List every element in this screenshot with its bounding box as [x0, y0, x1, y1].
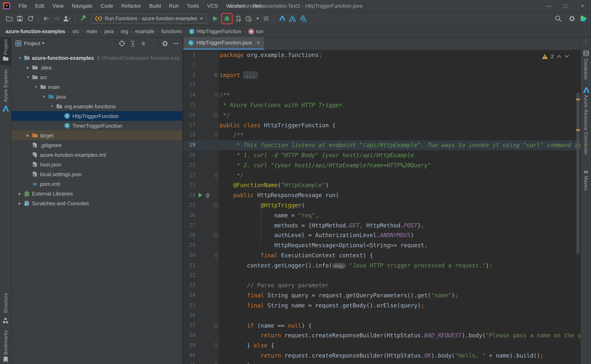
- line-number[interactable]: 14: [183, 90, 195, 100]
- code-line-14[interactable]: 14−/**: [183, 90, 580, 100]
- line-number[interactable]: 13: [183, 80, 195, 90]
- user-profile-icon[interactable]: [62, 14, 72, 23]
- debug-button[interactable]: [222, 14, 232, 23]
- azure-explorer-stripe-icon[interactable]: [2, 105, 9, 112]
- breadcrumb-item-example[interactable]: example: [135, 28, 154, 34]
- code-line-15[interactable]: 15 * Azure Functions with HTTP Trigger.: [183, 100, 580, 110]
- line-number[interactable]: 1: [183, 50, 195, 60]
- line-number[interactable]: 34: [183, 291, 195, 301]
- line-number[interactable]: 27: [183, 220, 195, 230]
- chevron-expanded-icon[interactable]: ▼: [41, 95, 47, 98]
- next-warning-icon[interactable]: [565, 55, 569, 58]
- fold-marker-icon[interactable]: −: [214, 93, 218, 97]
- code-line-29[interactable]: 29 HttpRequestMessage<Optional<String>> …: [183, 240, 580, 250]
- menu-item-edit[interactable]: Edit: [32, 2, 48, 10]
- locate-file-icon[interactable]: [119, 40, 125, 46]
- menu-item-refactor[interactable]: Refactor: [118, 2, 145, 10]
- chevron-expanded-icon[interactable]: ▼: [49, 104, 55, 108]
- fold-marker-icon[interactable]: −: [214, 113, 218, 117]
- save-icon[interactable]: [14, 14, 25, 23]
- code-line-23[interactable]: 23 @FunctionName("HttpExample"): [183, 180, 580, 190]
- code-line-28[interactable]: 28− authLevel = AuthorizationLevel.ANONY…: [183, 230, 580, 240]
- breadcrumb-item-org[interactable]: org: [121, 28, 128, 34]
- fold-marker-icon[interactable]: −: [214, 343, 218, 347]
- breadcrumb-item-src[interactable]: src: [72, 28, 79, 34]
- sidebar-item-maven[interactable]: Maven: [584, 176, 588, 190]
- line-number[interactable]: 39: [183, 341, 195, 351]
- code-line-31[interactable]: 31 context.getLogger().info(msg: "Java H…: [183, 260, 580, 271]
- code-line-30[interactable]: 30− final ExecutionContext context) {: [183, 250, 580, 260]
- line-number[interactable]: 28: [183, 230, 195, 240]
- code-line-27[interactable]: 27 methods = {HttpMethod.GET, HttpMethod…: [183, 220, 580, 230]
- line-number[interactable]: 38: [183, 331, 195, 341]
- line-number[interactable]: 41: [183, 361, 195, 364]
- sync-icon[interactable]: [25, 14, 36, 23]
- line-number[interactable]: 24: [183, 190, 195, 200]
- line-number[interactable]: 2: [183, 60, 195, 70]
- code-line-41[interactable]: 41− }: [183, 361, 580, 364]
- open-folder-icon[interactable]: [4, 14, 14, 23]
- structure-icon[interactable]: [3, 318, 8, 323]
- menu-item-file[interactable]: File: [15, 2, 31, 10]
- fold-marker-icon[interactable]: −: [214, 253, 218, 257]
- close-icon[interactable]: ✕: [256, 40, 260, 46]
- fold-marker-icon[interactable]: +: [214, 73, 218, 77]
- tree-item-src[interactable]: ▼src: [11, 72, 182, 82]
- profiler-icon[interactable]: [244, 14, 254, 23]
- breadcrumb-item-main[interactable]: main: [86, 28, 97, 34]
- tree-item-external-libraries[interactable]: ▶External Libraries: [11, 189, 182, 198]
- code-line-38[interactable]: 38 return request.createResponseBuilder(…: [183, 331, 580, 341]
- line-number[interactable]: 26: [183, 210, 195, 221]
- line-number[interactable]: 20: [183, 150, 195, 160]
- code-line-40[interactable]: 40 return request.createResponseBuilder(…: [183, 351, 580, 361]
- code-line-37[interactable]: 37− if (name == null) {: [183, 321, 580, 331]
- sidebar-item-project[interactable]: Project: [3, 39, 8, 55]
- chevron-expanded-icon[interactable]: ▼: [17, 56, 23, 60]
- expand-all-icon[interactable]: [130, 41, 135, 46]
- line-number[interactable]: 15: [183, 100, 195, 110]
- maximize-button[interactable]: □: [557, 3, 574, 9]
- code-line-16[interactable]: 16− */: [183, 110, 580, 120]
- line-number[interactable]: 31: [183, 260, 195, 271]
- breadcrumb-item-java[interactable]: java: [104, 28, 114, 34]
- code-line-22[interactable]: 22− */: [183, 170, 580, 180]
- tree-item-azure-function-examples[interactable]: ▼azure-function-examplesE:\ProductCode\a…: [11, 53, 182, 63]
- menu-item-navigate[interactable]: Navigate: [68, 2, 96, 10]
- project-folder-icon[interactable]: [2, 56, 8, 61]
- code-line-17[interactable]: 17public class HttpTriggerFunction {: [183, 120, 580, 130]
- code-editor[interactable]: 1package org.example.functions;23+import…: [183, 50, 580, 364]
- menu-item-tools[interactable]: Tools: [183, 2, 203, 10]
- tree-item-scratches-and-consoles[interactable]: ▶Scratches and Consoles: [11, 198, 182, 208]
- line-number[interactable]: 17: [183, 120, 195, 130]
- chevron-collapsed-icon[interactable]: ▶: [25, 66, 31, 69]
- breadcrumb-item-functions[interactable]: functions: [161, 28, 182, 34]
- line-number[interactable]: 29: [183, 240, 195, 250]
- tree-item-httptriggerfunction[interactable]: CHttpTriggerFunction: [11, 111, 182, 121]
- chevron-down-icon[interactable]: [42, 42, 45, 45]
- warning-stripe-mark[interactable]: [576, 98, 580, 100]
- code-line-24[interactable]: 24@ public HttpResponseMessage run(: [183, 190, 580, 200]
- bookmark-icon[interactable]: [3, 357, 8, 362]
- menu-item-vcs[interactable]: VCS: [203, 2, 222, 10]
- inspections-widget[interactable]: 2: [542, 53, 569, 59]
- code-line-21[interactable]: 21 * 2. curl "{your host}/api/HttpExampl…: [183, 160, 580, 170]
- code-line-19[interactable]: 19 * This function listens at endpoint "…: [183, 140, 580, 150]
- azure-resource-connector-icon[interactable]: [582, 87, 590, 93]
- menu-item-run[interactable]: Run: [165, 2, 182, 10]
- line-number[interactable]: 3: [183, 70, 195, 80]
- line-number[interactable]: 37: [183, 321, 195, 331]
- code-line-35[interactable]: 35 final String name = request.getBody()…: [183, 301, 580, 311]
- panel-settings-gear-icon[interactable]: [162, 40, 168, 47]
- code-line-20[interactable]: 20 * 1. curl -d "HTTP Body" {your host}/…: [183, 150, 580, 160]
- tree-item-pom-xml[interactable]: mpom.xml: [11, 179, 182, 189]
- fold-marker-icon[interactable]: −: [214, 233, 218, 237]
- settings-gear-icon[interactable]: [567, 14, 577, 23]
- tree-item--gitignore[interactable]: .gitignore: [11, 140, 182, 150]
- line-number[interactable]: 30: [183, 250, 195, 260]
- code-line-18[interactable]: 18− /**: [183, 130, 580, 140]
- line-number[interactable]: 16: [183, 110, 195, 120]
- sidebar-item-azure-explorer[interactable]: Azure Explorer: [3, 69, 8, 102]
- tree-item-java[interactable]: ▼java: [11, 92, 182, 101]
- ide-colored-logo-icon[interactable]: [580, 15, 587, 22]
- tree-item-azure-function-examples-iml[interactable]: azure-function-examples.iml: [11, 150, 182, 160]
